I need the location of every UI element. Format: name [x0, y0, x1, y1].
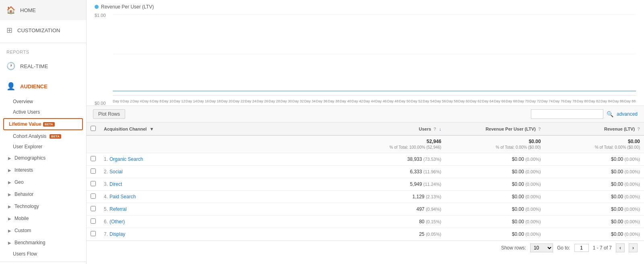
prev-page-button[interactable]: ‹ — [616, 243, 625, 252]
row-checkbox[interactable] — [87, 191, 100, 203]
row-channel: 4.Paid Search — [100, 191, 347, 203]
search-input[interactable] — [531, 109, 603, 119]
data-table: Acquisition Channel ▼ Users ? ↓ Revenue … — [87, 123, 644, 241]
channel-link[interactable]: Paid Search — [109, 194, 136, 200]
row-checkbox[interactable] — [87, 178, 100, 191]
row-users: 38,933 (73.53%) — [347, 153, 446, 166]
row-users: 80 (0.15%) — [347, 216, 446, 228]
table-row: 6.(Other) 80 (0.15%) $0.00 (0.00%) $0.00… — [87, 216, 644, 228]
row-checkbox[interactable] — [87, 153, 100, 166]
th-rev-per-user[interactable]: Revenue Per User (LTV) ? — [445, 123, 545, 135]
x-axis-label: Day 24 — [245, 99, 256, 103]
row-users: 5,949 (11.24%) — [347, 178, 446, 191]
cohort-beta-badge: BETA — [50, 134, 61, 139]
x-axis-label: Day 58 — [446, 99, 458, 103]
x-axis-label: Day 42 — [351, 99, 363, 103]
channel-link[interactable]: (Other) — [109, 219, 125, 225]
x-axis-label: Day 30 — [281, 99, 292, 103]
x-axis-label: Day 22 — [233, 99, 245, 103]
sort-down-icon: ↓ — [439, 127, 442, 131]
rows-per-page-select[interactable]: 1025501005001000 — [530, 243, 553, 252]
channel-link[interactable]: Social — [109, 169, 123, 175]
row-checkbox[interactable] — [87, 166, 100, 178]
row-channel: 6.(Other) — [100, 216, 347, 228]
sidebar-sub-overview[interactable]: Overview — [0, 96, 86, 107]
search-area: 🔍 advanced — [531, 109, 638, 119]
row-rev-per-user: $0.00 (0.00%) — [445, 153, 545, 166]
search-button[interactable]: 🔍 — [607, 111, 613, 117]
x-axis-label: Day 38 — [328, 99, 340, 103]
total-channel — [100, 135, 347, 153]
x-axis-label: Day 82 — [589, 99, 601, 103]
table-row: 2.Social 6,333 (11.96%) $0.00 (0.00%) $0… — [87, 166, 644, 178]
sidebar-item-realtime[interactable]: 🕐 REAL-TIME — [0, 56, 86, 76]
x-axis-label: Day 70 — [518, 99, 529, 103]
sidebar-sub-cohort-analysis[interactable]: Cohort Analysis BETA — [0, 131, 86, 141]
row-checkbox[interactable] — [87, 203, 100, 216]
channel-link[interactable]: Referral — [109, 206, 127, 212]
channel-link[interactable]: Organic Search — [109, 156, 143, 162]
sidebar-item-demographics[interactable]: ▶ Demographics — [0, 152, 86, 164]
chart-area: Revenue Per User (LTV) $1.00 $0.00 Day 0… — [87, 0, 644, 106]
table-row: 5.Referral 497 (0.94%) $0.00 (0.00%) $0.… — [87, 203, 644, 216]
x-axis-label: Day 54 — [423, 99, 434, 103]
x-axis-label: Day 14 — [186, 99, 197, 103]
channel-link[interactable]: Direct — [109, 181, 122, 187]
sidebar-item-home[interactable]: 🏠 HOME — [0, 0, 86, 20]
total-revenue: $0.00 % of Total: 0.00% ($0.00) — [545, 135, 644, 153]
sidebar-item-audience[interactable]: 👤 AUDIENCE — [0, 76, 86, 96]
row-revenue: $0.00 (0.00%) — [545, 153, 644, 166]
rev-per-user-help-icon: ? — [538, 127, 541, 131]
sidebar-item-mobile[interactable]: ▶ Mobile — [0, 212, 86, 225]
x-axis-label: Day 18 — [209, 99, 221, 103]
th-users-label: Users — [419, 127, 431, 131]
x-axis-label: Day 74 — [541, 99, 553, 103]
x-axis-label: Day 34 — [304, 99, 316, 103]
total-check — [87, 135, 100, 153]
row-channel: 7.Display — [100, 228, 347, 241]
sidebar-sub-lifetime-value[interactable]: Lifetime Value BETA — [3, 118, 83, 130]
row-checkbox[interactable] — [87, 216, 100, 228]
select-all-checkbox[interactable] — [91, 126, 96, 131]
row-channel: 2.Social — [100, 166, 347, 178]
legend-dot — [95, 5, 99, 9]
sidebar-item-custom[interactable]: ▶ Custom — [0, 225, 86, 237]
sidebar-item-benchmarking[interactable]: ▶ Benchmarking — [0, 237, 86, 249]
chevron-right-icon: ▶ — [8, 204, 11, 209]
dropdown-icon: ▼ — [149, 127, 154, 131]
goto-input[interactable] — [574, 244, 589, 252]
chevron-right-icon: ▶ — [8, 241, 11, 245]
y-label-bottom: $0.00 — [95, 101, 111, 106]
channel-link[interactable]: Display — [109, 231, 125, 237]
x-axis-label: Day 36 — [316, 99, 328, 103]
row-rev-per-user: $0.00 (0.00%) — [445, 203, 545, 216]
total-rev-per-user: $0.00 % of Total: 0.00% ($0.00) — [445, 135, 545, 153]
sidebar-item-behavior[interactable]: ▶ Behavior — [0, 188, 86, 200]
th-acquisition-channel[interactable]: Acquisition Channel ▼ — [100, 123, 347, 135]
next-page-button[interactable]: › — [629, 243, 638, 252]
th-revenue[interactable]: Revenue (LTV) ? — [545, 123, 644, 135]
sidebar-item-interests[interactable]: ▶ Interests — [0, 164, 86, 176]
sidebar-sub-user-explorer[interactable]: User Explorer — [0, 141, 86, 152]
x-axis-label: Day 62 — [470, 99, 482, 103]
sidebar-item-geo[interactable]: ▶ Geo — [0, 176, 86, 188]
row-checkbox[interactable] — [87, 228, 100, 241]
x-axis-label: Day 40 — [340, 99, 351, 103]
chart-legend: Revenue Per User (LTV) — [95, 4, 636, 10]
table-controls: Plot Rows 🔍 advanced — [87, 106, 644, 123]
y-label-top: $1.00 — [95, 13, 111, 18]
advanced-link[interactable]: advanced — [617, 111, 638, 117]
x-axis-label: Day 84 — [601, 99, 612, 103]
sidebar-sub-active-users[interactable]: Active Users — [0, 107, 86, 117]
sidebar-item-technology[interactable]: ▶ Technology — [0, 200, 86, 212]
x-axis-label: Day 16 — [198, 99, 209, 103]
x-axis-label: Day 0 — [113, 99, 122, 103]
chevron-right-icon: ▶ — [8, 180, 11, 185]
th-users[interactable]: Users ? ↓ — [347, 123, 446, 135]
plot-rows-button[interactable]: Plot Rows — [93, 109, 125, 119]
sidebar: 🏠 HOME ⊞ CUSTOMIZATION Reports 🕐 REAL-TI… — [0, 0, 87, 264]
row-revenue: $0.00 (0.00%) — [545, 228, 644, 241]
sidebar-item-customization[interactable]: ⊞ CUSTOMIZATION — [0, 20, 86, 40]
table-row: 3.Direct 5,949 (11.24%) $0.00 (0.00%) $0… — [87, 178, 644, 191]
sidebar-sub-users-flow[interactable]: Users Flow — [0, 249, 86, 259]
